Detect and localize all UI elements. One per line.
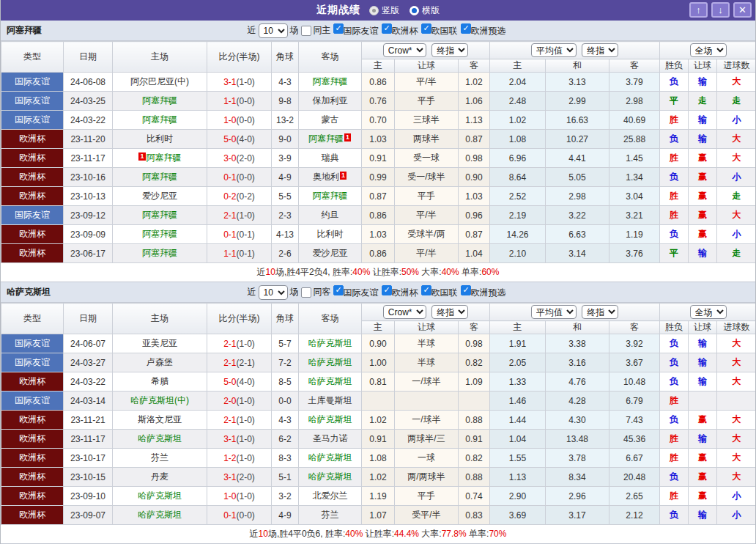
col-away: 客场: [299, 304, 362, 334]
league-checkbox[interactable]: [382, 23, 392, 34]
move-up-button[interactable]: ↑: [689, 2, 708, 18]
opponent-team-name: 亚美尼亚: [142, 338, 177, 348]
home-team-cell: 阿塞拜疆: [113, 206, 207, 225]
fulltime-score: 1-0: [223, 491, 236, 501]
match-scope-select[interactable]: 全场: [690, 43, 727, 57]
team-section: 阿塞拜疆 近 10 场 同主 国际友谊欧洲杯欧国联欧洲预选 类型 日期 主场 比…: [1, 21, 755, 282]
halftime-score: (2-0): [237, 153, 255, 163]
avg-away-odds-cell: 40.69: [609, 111, 660, 130]
radio-selected-icon[interactable]: [410, 6, 419, 15]
date-cell: 23-11-17: [64, 430, 113, 449]
final-index-select-2[interactable]: 终指: [582, 43, 618, 57]
league-checkbox[interactable]: [333, 23, 344, 34]
corners-cell: 5-1: [272, 468, 299, 487]
layout-radio-group: 竖版 横版: [369, 4, 440, 17]
match-count-select[interactable]: 10: [259, 23, 288, 38]
handicap-home-odds-cell: 1.03: [362, 225, 395, 244]
summary-stat-value: 40%: [345, 529, 363, 539]
league-label: 国际友谊: [344, 287, 379, 298]
handicap-result-cell: 赢: [689, 206, 717, 225]
date-cell: 23-11-21: [64, 411, 113, 430]
corners-cell: 4-3: [272, 411, 299, 430]
same-venue-checkbox[interactable]: [301, 287, 311, 298]
corners-cell: 4-13: [272, 225, 299, 244]
match-count-select[interactable]: 10: [259, 285, 288, 300]
final-index-select[interactable]: 终指: [431, 305, 468, 319]
league-checkbox[interactable]: [461, 23, 471, 34]
fulltime-score: 0-1: [223, 510, 236, 521]
average-select[interactable]: 平均值: [531, 43, 577, 57]
league-type-cell: 国际友谊: [1, 92, 64, 111]
score-cell: 1-2(1-0): [207, 449, 272, 468]
away-team-cell: 比利时: [299, 225, 362, 244]
avg-home-odds-cell: 2.19: [490, 206, 546, 225]
corners-cell: 8-3: [272, 449, 299, 468]
handicap-line-cell: 半球: [395, 334, 459, 353]
subcol-odds-away: 客: [609, 59, 660, 73]
handicap-away-odds-cell: 0.91: [459, 430, 490, 449]
handicap-result-cell: 赢: [689, 449, 717, 468]
move-down-button[interactable]: ↓: [711, 2, 730, 18]
corners-cell: 4-3: [272, 73, 299, 92]
league-label: 欧洲杯: [392, 287, 418, 298]
opponent-team-name: 比利时: [317, 229, 344, 239]
halftime-score: (1-0): [237, 339, 255, 349]
league-checkbox[interactable]: [421, 23, 431, 34]
match-scope-select[interactable]: 全场: [690, 305, 727, 319]
subcol-handicap-line: 让球: [395, 321, 459, 334]
away-team-cell: 阿塞拜疆: [299, 73, 362, 92]
handicap-away-odds-cell: 0.98: [459, 334, 490, 353]
focus-team-name: 阿塞拜疆: [313, 191, 348, 201]
league-checkbox[interactable]: [421, 285, 431, 295]
score-cell: 2-1(1-0): [207, 411, 272, 430]
opponent-team-name: 卢森堡: [147, 357, 173, 367]
avg-home-odds-cell: 1.08: [490, 130, 546, 149]
away-team-cell: 北爱尔兰: [299, 487, 362, 506]
handicap-result-cell: 输: [689, 430, 717, 449]
date-cell: 23-09-07: [64, 506, 113, 525]
avg-away-odds-cell: 1.34: [609, 168, 660, 187]
result-cell: 胜: [660, 149, 689, 168]
league-checkbox[interactable]: [333, 285, 344, 295]
focus-team-name: 阿塞拜疆: [313, 76, 348, 87]
same-venue-checkbox[interactable]: [301, 26, 311, 36]
handicap-result-cell: [689, 392, 717, 411]
average-select[interactable]: 平均值: [531, 305, 577, 319]
home-team-cell: 斯洛文尼亚: [113, 411, 207, 430]
halftime-score: (0-0): [237, 115, 255, 125]
corners-cell: 9-0: [272, 130, 299, 149]
league-type-cell: 欧洲杯: [1, 468, 64, 487]
score-cell: 0-1(0-1): [207, 225, 272, 244]
handicap-home-odds-cell: [362, 392, 395, 411]
handicap-home-odds-cell: 0.99: [362, 168, 395, 187]
radio-vertical-version[interactable]: 竖版: [369, 4, 399, 17]
handicap-result-cell: 赢: [689, 411, 717, 430]
avg-draw-odds-cell: 4.28: [546, 392, 609, 411]
league-checkbox[interactable]: [382, 285, 392, 295]
match-row: 欧洲杯23-11-17哈萨克斯坦3-1(1-0)6-2圣马力诺0.91两球半/三…: [1, 430, 756, 449]
result-cell: 平: [660, 92, 689, 111]
close-button[interactable]: ✕: [733, 2, 752, 18]
away-team-cell: 阿塞拜疆1: [299, 130, 362, 149]
col-type: 类型: [1, 42, 64, 73]
score-cell: 0-1(0-0): [207, 168, 272, 187]
bookmaker-select[interactable]: Crow*: [383, 305, 426, 319]
match-row: 国际友谊23-09-12阿塞拜疆2-1(1-0)2-3约旦0.86平/半0.96…: [1, 206, 756, 225]
radio-icon[interactable]: [369, 6, 379, 15]
radio-horizontal-version[interactable]: 横版: [410, 4, 440, 17]
handicap-line-cell: 受球半/两: [395, 225, 459, 244]
bookmaker-select[interactable]: Crow*: [383, 43, 426, 57]
result-cell: 负: [660, 468, 689, 487]
handicap-away-odds-cell: 0.88: [459, 411, 490, 430]
avg-away-odds-cell: 3.92: [609, 334, 660, 353]
league-checkbox[interactable]: [461, 285, 471, 295]
avg-home-odds-cell: 3.69: [490, 506, 546, 525]
date-cell: 23-09-10: [64, 487, 113, 506]
date-cell: 24-03-22: [64, 111, 113, 130]
avg-away-odds-cell: 3.76: [609, 244, 660, 263]
focus-team-name: 哈萨克斯坦: [308, 357, 352, 367]
score-cell: 1-0(1-0): [207, 487, 272, 506]
opponent-team-name: 斯洛文尼亚: [138, 414, 182, 424]
final-index-select-2[interactable]: 终指: [582, 305, 618, 319]
final-index-select[interactable]: 终指: [431, 43, 468, 57]
